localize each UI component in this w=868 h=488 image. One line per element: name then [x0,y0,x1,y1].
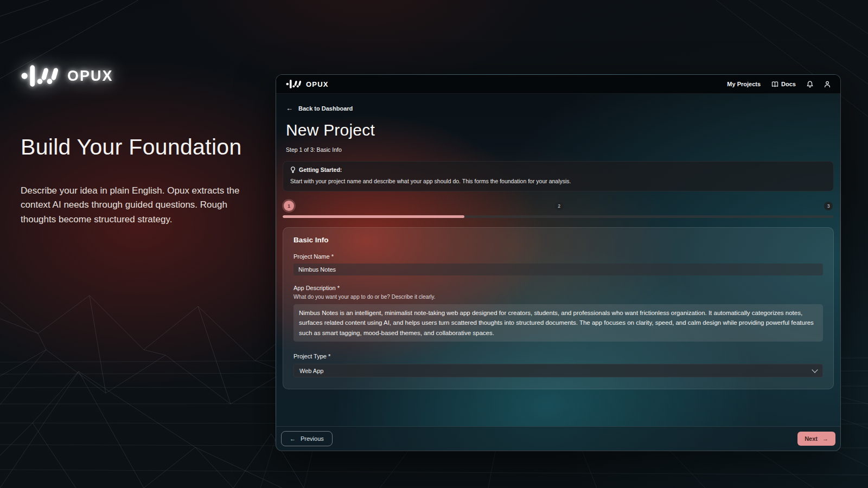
step-circles-row: 1 2 3 [284,201,833,211]
chevron-down-icon [812,367,818,373]
bell-icon [807,81,813,88]
callout-title-row: Getting Started: [290,166,826,173]
project-type-label: Project Type * [293,353,823,359]
previous-label: Previous [301,435,324,442]
project-name-label: Project Name * [293,253,823,260]
next-button[interactable]: Next → [797,432,835,446]
header-nav: My Projects Docs [727,81,831,88]
next-label: Next [805,435,818,442]
book-icon [771,81,778,87]
step-circle-1[interactable]: 1 [284,201,294,211]
lightbulb-icon [290,166,296,173]
app-window: OPUX My Projects Docs [276,74,841,451]
project-name-input[interactable] [293,264,823,275]
wizard-footer: ← Previous Next → [276,426,840,451]
opux-logo-icon [21,64,61,88]
marketing-description: Describe your idea in plain English. Opu… [21,184,247,227]
nav-my-projects-label: My Projects [727,81,761,87]
progress-track [283,215,834,218]
callout-title: Getting Started: [299,166,342,173]
app-body: ← Back to Dashboard New Project Step 1 o… [276,94,840,426]
step-indicator: Step 1 of 3: Basic Info [286,146,834,153]
brand-logo-text: OPUX [67,68,113,85]
marketing-heading: Build Your Foundation [21,134,255,160]
arrow-left-icon: ← [290,435,296,442]
app-description-helper: What do you want your app to do or be? D… [293,294,823,300]
arrow-right-icon: → [822,435,828,442]
app-header: OPUX My Projects Docs [276,75,840,94]
user-icon [824,81,831,88]
marketing-panel: OPUX Build Your Foundation Describe your… [21,64,255,227]
nav-my-projects[interactable]: My Projects [727,81,761,87]
opux-logo-icon [286,79,302,89]
back-to-dashboard-label: Back to Dashboard [298,105,353,112]
account-button[interactable] [824,81,831,88]
project-type-value: Web App [299,368,323,374]
basic-info-card: Basic Info Project Name * App Descriptio… [283,227,834,389]
getting-started-callout: Getting Started: Start with your project… [283,161,834,191]
step-circle-2[interactable]: 2 [555,202,564,210]
nav-docs-label: Docs [781,81,796,87]
previous-button[interactable]: ← Previous [281,431,333,446]
brand-logo: OPUX [21,64,255,88]
arrow-left-icon: ← [286,104,293,112]
progress-fill [283,215,464,218]
callout-body: Start with your project name and describ… [290,178,826,184]
nav-docs[interactable]: Docs [771,81,796,87]
notifications-button[interactable] [807,81,813,88]
project-type-select[interactable]: Web App [293,364,823,377]
header-brand-text: OPUX [306,80,329,88]
header-brand[interactable]: OPUX [286,79,329,89]
app-description-textarea[interactable]: Nimbus Notes is an intelligent, minimali… [293,304,823,342]
card-title: Basic Info [293,236,823,244]
app-description-label: App Description * [293,285,823,291]
step-circle-3[interactable]: 3 [824,202,833,210]
page-title: New Project [286,121,834,139]
back-to-dashboard-link[interactable]: ← Back to Dashboard [286,104,353,112]
